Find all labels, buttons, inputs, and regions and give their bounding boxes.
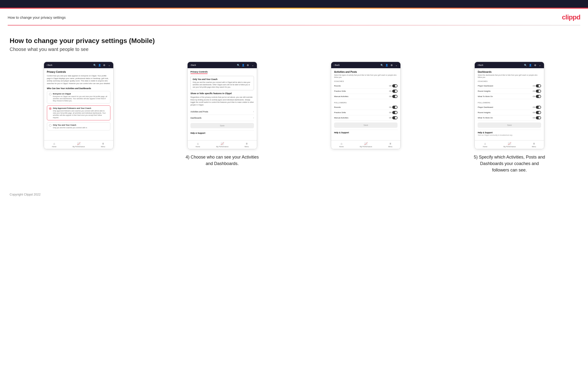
tab-performance-1[interactable]: 📈 My Performance [73,142,85,148]
followers-drills-row: Practice Drills ON [334,110,398,115]
chevron-dashboards-icon: › [253,117,254,119]
tab-home-2[interactable]: ⌂ Home [196,142,200,148]
menu-activities[interactable]: Activities and Posts › [190,108,254,115]
coaches-manual-toggle[interactable]: ON [389,95,398,98]
followers-rounds-row: Rounds ON [334,105,398,110]
followers-rounds-label: Rounds [334,106,341,108]
search-icon[interactable]: 🔍 [93,63,96,67]
more-icon-2[interactable]: ⌄ [251,63,254,67]
tab-menu-1[interactable]: ≡ Menu [101,142,105,148]
screenshot-group-2: ‹ Back 🔍 👤 ⚙ ⌄ Privacy Controls Only You… [153,62,291,167]
toggle-followers-player[interactable] [536,106,541,109]
radio-circle-coach-only [49,124,52,126]
person-icon[interactable]: 👤 [98,63,101,67]
activities-desc: Select the types of activity that you'd … [334,74,398,78]
phone-body-4: Dashboards Select the dashboards that yo… [475,68,544,140]
settings-icon-4[interactable]: ⚙ [533,63,537,67]
tab-performance-3[interactable]: 📈 My Performance [360,142,372,148]
toggle-followers-round-insights[interactable] [536,111,541,114]
menu-icon-2: ≡ [246,142,247,145]
more-icon-3[interactable]: ⌄ [395,63,398,67]
radio-option-approved[interactable]: Only Approved Followers and Your Coach O… [47,105,110,120]
menu-dashboards-label: Dashboards [190,117,201,119]
followers-player-dashboard-label: Player Dashboard [478,106,493,108]
toggle-coaches-round-insights[interactable] [536,90,541,93]
caption-4: 4) Choose who can see your Activities an… [184,154,261,167]
help-support-2: Help & Support [190,130,254,134]
coaches-what-to-work-toggle[interactable]: ON [533,95,541,98]
phone-mockup-2: ‹ Back 🔍 👤 ⚙ ⌄ Privacy Controls Only You… [187,62,257,149]
toggle-coaches-drills[interactable] [392,90,398,93]
tab-home-label-4: Home [483,146,487,148]
screenshots-grid: ‹ Back 🔍 👤 ⚙ ⌄ Privacy Controls Control … [10,62,578,173]
menu-dashboards[interactable]: Dashboards › [190,115,254,121]
followers-round-insights-row: Round Insights ON [478,110,541,115]
toggle-followers-manual[interactable] [392,116,398,119]
followers-what-to-work-toggle[interactable]: ON [533,116,541,119]
search-icon-3[interactable]: 🔍 [380,63,384,67]
coaches-player-toggle[interactable]: ON [533,84,541,87]
settings-icon-2[interactable]: ⚙ [246,63,250,67]
followers-player-toggle[interactable]: ON [533,106,541,109]
toggle-followers-drills[interactable] [392,111,398,114]
toggle-coaches-player[interactable] [536,84,541,87]
coaches-manual-label: Manual Activities [334,95,348,98]
tab-menu-4[interactable]: ≡ Menu [532,142,536,148]
more-icon-4[interactable]: ⌄ [538,63,542,67]
tab-performance-2[interactable]: 📈 My Performance [216,142,228,148]
back-button-4[interactable]: ‹ Back [477,64,483,66]
person-icon-2[interactable]: 👤 [242,63,245,67]
radio-desc-everyone: Everyone on Clippd can search for you an… [53,95,108,102]
coaches-rounds-toggle[interactable]: ON [389,84,398,87]
followers-rounds-toggle[interactable]: ON [389,106,398,109]
back-button-3[interactable]: ‹ Back [334,64,340,66]
tab-home-3[interactable]: ⌂ Home [339,142,344,148]
phone-body-1: Privacy Controls Control how you and you… [44,68,113,140]
person-icon-4[interactable]: 👤 [529,63,532,67]
coaches-round-insights-toggle[interactable]: ON [533,90,541,93]
radio-option-everyone[interactable]: Everyone on Clippd Everyone on Clippd ca… [47,91,110,103]
toggle-followers-what-to-work[interactable] [536,116,541,119]
top-bar-gradient [0,8,588,9]
tab-performance-4[interactable]: 📈 My Performance [503,142,516,148]
coaches-what-to-work-label: What To Work On [478,95,493,98]
followers-drills-toggle[interactable]: ON [389,111,398,114]
followers-label-3: FOLLOWERS [334,102,398,104]
save-button-4[interactable]: Save [478,123,541,128]
privacy-controls-desc: Control how you and your data appears to… [47,75,110,85]
back-button-2[interactable]: ‹ Back [190,64,196,66]
more-icon[interactable]: ⌄ [107,63,111,67]
toggle-coaches-what-to-work[interactable] [536,95,541,98]
menu-icon-3: ≡ [389,142,391,145]
toggle-coaches-manual[interactable] [392,95,398,98]
settings-icon[interactable]: ⚙ [103,63,106,67]
phone-tab-bar-3: ⌂ Home 📈 My Performance ≡ Menu [331,140,400,149]
tab-menu-3[interactable]: ≡ Menu [388,142,392,148]
radio-label-everyone: Everyone on Clippd [53,93,108,95]
search-icon-4[interactable]: 🔍 [524,63,527,67]
followers-round-insights-toggle[interactable]: ON [533,111,541,114]
phone-header-1: ‹ Back 🔍 👤 ⚙ ⌄ [44,62,113,68]
tab-menu-2[interactable]: ≡ Menu [245,142,249,148]
save-button-3[interactable]: Save [334,123,398,128]
tab-menu-label-1: Menu [101,146,105,148]
person-icon-3[interactable]: 👤 [385,63,388,67]
dashboards-title: Dashboards [478,71,541,73]
back-button-1[interactable]: ‹ Back [46,64,52,66]
tab-menu-label-2: Menu [245,146,249,148]
page-heading: How to change your privacy settings (Mob… [10,37,578,45]
phone-tab-bar-4: ⌂ Home 📈 My Performance ≡ Menu [475,140,544,149]
tab-home-1[interactable]: ⌂ Home [52,142,57,148]
tab-home-4[interactable]: ⌂ Home [483,142,487,148]
radio-option-coach-only[interactable]: Only You and Your Coach Only you and the… [47,122,110,130]
coaches-drills-toggle[interactable]: ON [389,90,398,93]
toggle-coaches-rounds[interactable] [392,84,398,87]
tab-performance-label-4: My Performance [503,146,516,148]
search-icon-2[interactable]: 🔍 [237,63,240,67]
followers-manual-toggle[interactable]: ON [389,116,398,119]
save-button-2[interactable]: Save [190,123,254,128]
phone-header-icons-1: 🔍 👤 ⚙ ⌄ [93,63,111,67]
toggle-followers-rounds[interactable] [392,106,398,109]
header-title: How to change your privacy settings [8,15,66,19]
settings-icon-3[interactable]: ⚙ [390,63,393,67]
